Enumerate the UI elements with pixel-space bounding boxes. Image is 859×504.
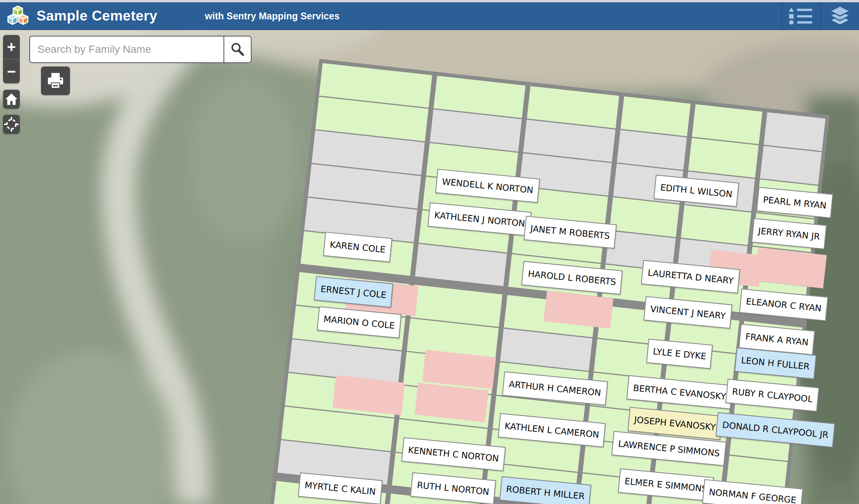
home-button[interactable] (3, 90, 20, 109)
locate-button[interactable] (3, 115, 20, 134)
zoom-out-button[interactable]: − (3, 60, 20, 84)
plot-cell[interactable] (688, 138, 759, 178)
app-header: Sample Cemetery with Sentry Mapping Serv… (0, 2, 859, 30)
legend-icon (789, 8, 814, 24)
app-window: WENDELL K NORTONKATHLEEN J NORTONEDITH L… (0, 0, 859, 504)
print-button[interactable] (41, 67, 70, 95)
search-button[interactable] (223, 36, 251, 62)
plot-cell[interactable] (617, 130, 687, 170)
page-subtitle: with Sentry Mapping Services (205, 11, 339, 22)
locate-icon (4, 117, 19, 132)
home-icon (5, 93, 18, 105)
app-logo-icon (6, 4, 30, 28)
plot-cell[interactable] (609, 197, 679, 237)
search-input[interactable] (30, 36, 223, 62)
page-title: Sample Cemetery (36, 8, 157, 24)
zoom-in-button[interactable]: + (3, 35, 20, 59)
layers-button[interactable] (820, 2, 859, 30)
search-bar (29, 36, 252, 63)
browser-edge-strip (0, 0, 859, 2)
print-icon (47, 73, 64, 89)
plot-cell[interactable] (681, 205, 751, 245)
plot-cell[interactable] (760, 146, 822, 185)
plot-cell[interactable] (692, 104, 762, 144)
plot-cell[interactable] (621, 97, 691, 136)
legend-button[interactable] (781, 2, 820, 30)
layers-icon (829, 6, 851, 26)
plot-cell[interactable] (764, 112, 826, 151)
zoom-control: + − (3, 35, 20, 83)
search-icon (230, 42, 245, 57)
